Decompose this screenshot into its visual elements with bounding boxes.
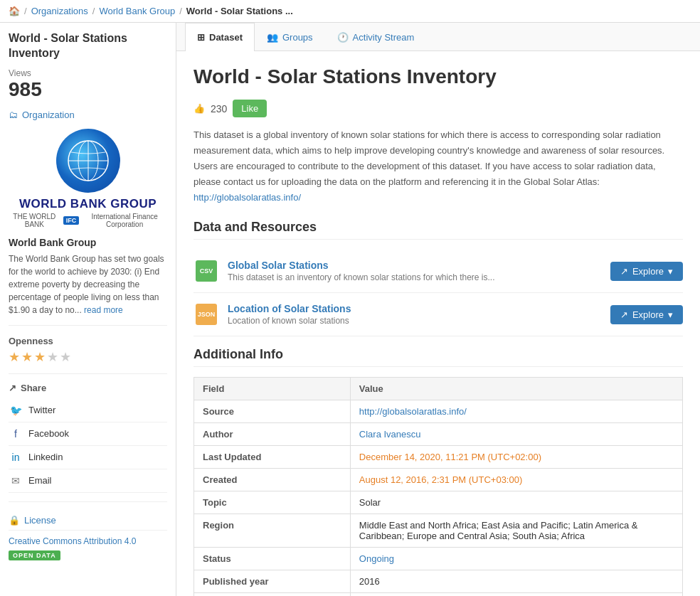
resource-item-2: JSON Location of Solar Stations Location… [193,293,683,336]
star-2: ★ [21,349,33,365]
share-icon: ↗ [9,383,16,393]
table-cell-field-4: Topic [194,491,351,514]
info-link-6[interactable]: Ongoing [359,553,394,564]
table-row-3: CreatedAugust 12, 2016, 2:31 PM (UTC+03:… [194,469,683,491]
tabs-bar: ⊞ Dataset 👥 Groups 🕐 Activity Stream [176,23,700,51]
license-label: License [24,515,56,526]
sidebar-org-desc: The World Bank Group has set two goals f… [9,252,167,316]
org-sub3: International Finance Corporation [82,213,167,228]
share-label: ↗ Share [9,383,167,393]
twitter-label: Twitter [28,405,55,415]
dataset-tab-icon: ⊞ [197,32,205,43]
breadcrumb-org[interactable]: World Bank Group [99,6,175,16]
json-icon: JSON [196,304,217,325]
like-button[interactable]: Like [233,100,267,117]
linkedin-icon: in [9,450,23,464]
tab-dataset[interactable]: ⊞ Dataset [185,23,255,51]
sidebar-org-link-label: Organization [22,110,75,120]
explore-btn-2[interactable]: ↗ Explore ▾ [610,305,683,324]
activity-tab-label: Activity Stream [353,32,415,43]
explore-btn-1[interactable]: ↗ Explore ▾ [610,262,683,281]
table-cell-value-1[interactable]: Clara Ivanescu [350,423,682,446]
table-row-5: RegionMiddle East and North Africa; East… [194,514,683,548]
groups-tab-label: Groups [282,32,313,43]
table-cell-value-3: August 12, 2016, 2:31 PM (UTC+03:00) [350,469,682,491]
org-logo: WORLD BANK GROUP THE WORLD BANK IFC Inte… [9,129,167,228]
explore-caret-1: ▾ [668,266,673,277]
sidebar-divider-3 [9,501,167,502]
table-row-7: Published year2016 [194,570,683,593]
table-cell-value-2: December 14, 2020, 11:21 PM (UTC+02:00) [350,446,682,469]
breadcrumb-organizations[interactable]: Organizations [31,6,88,16]
twitter-icon: 🐦 [9,403,23,417]
star-5: ★ [60,349,71,365]
explore-caret-2: ▾ [668,309,673,320]
table-row-8: Start date2015 [194,593,683,596]
thumbs-up-icon: 👍 [193,103,205,114]
twitter-link[interactable]: 🐦 Twitter [9,399,167,422]
breadcrumb-current: World - Solar Stations ... [186,6,293,16]
explore-icon-1: ↗ [620,266,628,277]
tab-activity[interactable]: 🕐 Activity Stream [325,23,427,51]
table-row-0: Sourcehttp://globalsolaratlas.info/ [194,400,683,423]
ifc-badge: IFC [63,216,80,225]
info-link-1[interactable]: Clara Ivanescu [359,429,421,440]
table-header-value: Value [350,378,682,400]
sidebar-views-count: 985 [9,78,167,101]
linkedin-link[interactable]: in Linkedin [9,446,167,469]
additional-info-title: Additional Info [193,347,683,367]
org-name-big: WORLD BANK GROUP [9,197,167,211]
explore-icon-2: ↗ [620,309,628,320]
table-row-6: StatusOngoing [194,548,683,570]
org-name-sub: THE WORLD BANK IFC International Finance… [9,213,167,228]
read-more-link[interactable]: read more [84,305,123,315]
sidebar-divider-2 [9,373,167,374]
table-cell-field-5: Region [194,514,351,548]
sidebar-org-link[interactable]: 🗂 Organization [9,110,167,120]
license-link[interactable]: 🔒 License [9,511,167,531]
star-4: ★ [47,349,58,365]
star-3: ★ [34,349,46,365]
resource-desc-2: Location of known solar stations [228,316,602,326]
breadcrumb: 🏠 / Organizations / World Bank Group / W… [0,0,700,23]
table-cell-field-6: Status [194,548,351,570]
table-cell-field-8: Start date [194,593,351,596]
star-1: ★ [9,349,20,365]
linkedin-label: Linkedin [28,452,63,462]
email-link[interactable]: ✉ Email [9,469,167,493]
resource-icon-2: JSON [193,302,219,327]
table-cell-field-3: Created [194,469,351,491]
table-cell-field-2: Last Updated [194,446,351,469]
like-count: 230 [211,103,227,115]
breadcrumb-sep-1: / [24,6,27,16]
resource-item-1: CSV Global Solar Stations This dataset i… [193,250,683,293]
desc-link[interactable]: http://globalsolaratlas.info/ [193,192,301,203]
resource-name-1[interactable]: Global Solar Stations [228,260,602,271]
dataset-tab-label: Dataset [209,32,243,43]
sidebar: World - Solar Stations Inventory Views 9… [0,23,176,596]
sidebar-org-title: World Bank Group [9,237,167,248]
open-data-badge: OPEN DATA [9,550,60,560]
tab-groups[interactable]: 👥 Groups [255,23,325,51]
cc-link[interactable]: Creative Commons Attribution 4.0 [9,536,167,546]
table-cell-value-0[interactable]: http://globalsolaratlas.info/ [350,400,682,423]
table-row-1: AuthorClara Ivanescu [194,423,683,446]
facebook-link[interactable]: f Facebook [9,422,167,446]
world-globe-icon [67,139,110,182]
breadcrumb-sep-2: / [92,6,95,16]
email-icon: ✉ [9,474,23,488]
resource-name-2[interactable]: Location of Solar Stations [228,303,602,314]
home-icon[interactable]: 🏠 [9,6,20,16]
activity-tab-icon: 🕐 [337,32,349,43]
resource-info-2: Location of Solar Stations Location of k… [228,303,602,326]
info-link-0[interactable]: http://globalsolaratlas.info/ [359,406,467,417]
table-cell-value-6[interactable]: Ongoing [350,548,682,570]
table-cell-field-1: Author [194,423,351,446]
org-sub1: THE WORLD BANK [9,213,60,228]
org-name-block: WORLD BANK GROUP THE WORLD BANK IFC Inte… [9,197,167,228]
like-row: 👍 230 Like [193,100,683,117]
content-body: World - Solar Stations Inventory 👍 230 L… [176,51,700,596]
main-content: ⊞ Dataset 👥 Groups 🕐 Activity Stream Wor… [176,23,700,596]
resource-desc-1: This dataset is an inventory of known so… [228,272,602,282]
table-row-2: Last UpdatedDecember 14, 2020, 11:21 PM … [194,446,683,469]
